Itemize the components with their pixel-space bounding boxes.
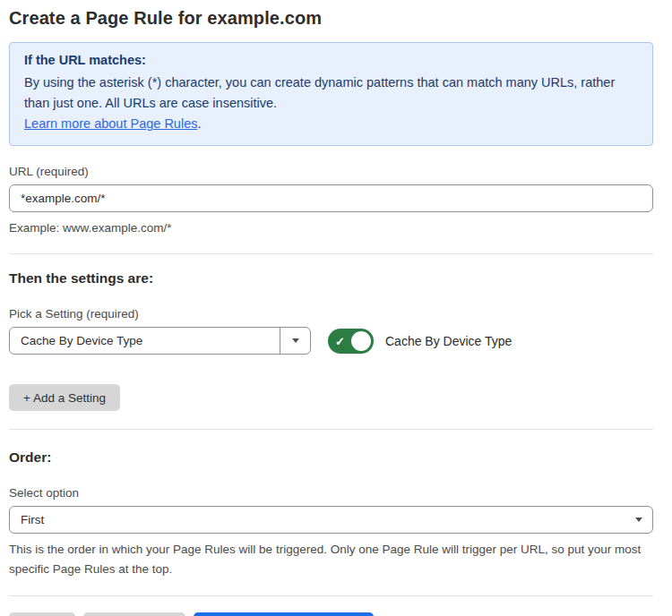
- order-select[interactable]: First: [9, 506, 653, 534]
- divider: [9, 595, 653, 596]
- learn-more-link[interactable]: Learn more about Page Rules: [24, 116, 197, 131]
- info-link-line: Learn more about Page Rules.: [24, 114, 638, 134]
- save-and-deploy-button[interactable]: Save and Deploy Page Rule: [194, 612, 375, 616]
- url-match-info-box: If the URL matches: By using the asteris…: [9, 42, 653, 146]
- page-title: Create a Page Rule for example.com: [9, 8, 653, 29]
- url-input[interactable]: [9, 184, 653, 212]
- setting-toggle[interactable]: ✓: [328, 329, 374, 354]
- toggle-knob: [351, 331, 371, 351]
- page-rule-form: Create a Page Rule for example.com If th…: [0, 0, 672, 616]
- save-as-draft-button[interactable]: Save as Draft: [83, 612, 185, 616]
- divider: [9, 429, 653, 430]
- info-box-heading: If the URL matches:: [24, 53, 638, 67]
- order-select-value: First: [10, 513, 625, 526]
- check-icon: ✓: [335, 335, 345, 346]
- add-setting-button[interactable]: + Add a Setting: [9, 384, 120, 411]
- settings-section-heading: Then the settings are:: [9, 270, 653, 287]
- order-section-heading: Order:: [9, 449, 653, 466]
- setting-select-value: Cache By Device Type: [10, 334, 280, 347]
- chevron-down-icon: [292, 338, 299, 343]
- pick-setting-label: Pick a Setting (required): [9, 307, 653, 321]
- cancel-button[interactable]: Cancel: [9, 612, 75, 616]
- order-select-label: Select option: [9, 486, 653, 500]
- info-box-body: By using the asterisk (*) character, you…: [24, 73, 617, 114]
- url-field-helper: Example: www.example.com/*: [9, 218, 653, 237]
- divider: [9, 253, 653, 254]
- order-helper-text: This is the order in which your Page Rul…: [9, 540, 653, 579]
- url-field-label: URL (required): [9, 165, 653, 178]
- setting-toggle-label: Cache By Device Type: [385, 334, 512, 348]
- footer-buttons: Cancel Save as Draft Save and Deploy Pag…: [9, 612, 653, 616]
- setting-select-arrow-button[interactable]: [280, 328, 310, 354]
- setting-row: Cache By Device Type ✓ Cache By Device T…: [9, 327, 653, 355]
- chevron-down-icon: [635, 518, 642, 522]
- link-suffix: .: [197, 116, 201, 131]
- order-select-arrow: [625, 507, 652, 533]
- setting-select[interactable]: Cache By Device Type: [9, 327, 311, 355]
